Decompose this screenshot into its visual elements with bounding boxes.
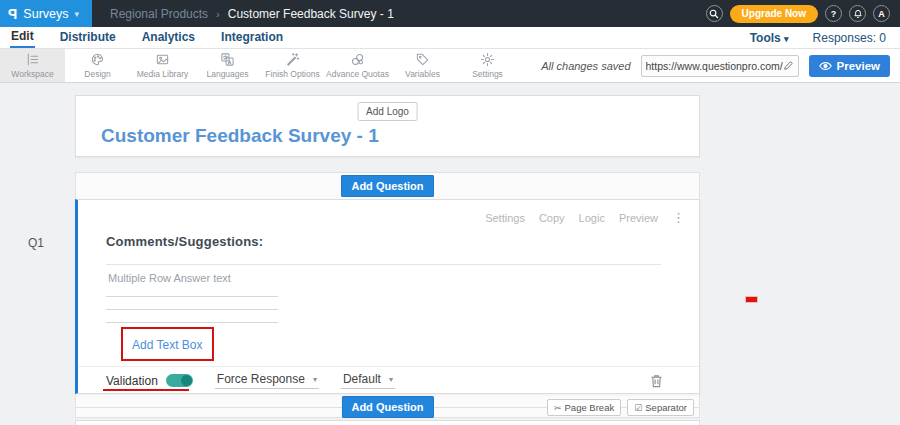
toolbar-label: Advance Quotas xyxy=(326,69,389,79)
separator-button[interactable]: ☑ Separator xyxy=(627,399,694,416)
search-icon xyxy=(709,9,719,19)
translate-icon xyxy=(220,52,235,67)
question-text-field[interactable]: Comments/Suggestions: xyxy=(106,232,661,265)
toggle-knob xyxy=(181,375,192,386)
add-text-box-link[interactable]: Add Text Box xyxy=(132,338,203,352)
chevron-down-icon: ▾ xyxy=(313,375,317,384)
answer-row-line xyxy=(106,310,278,323)
kebab-menu-icon[interactable]: ⋮ xyxy=(672,210,685,225)
toolbar-item-design[interactable]: Design xyxy=(65,49,130,82)
add-question-button-top[interactable]: Add Question xyxy=(341,175,433,197)
question-copy-link[interactable]: Copy xyxy=(539,212,565,224)
multi-row-answer-area[interactable]: Multiple Row Answer text xyxy=(106,272,278,323)
validation-annotation-underline xyxy=(103,389,189,391)
pencil-icon xyxy=(783,60,794,71)
workspace-icon xyxy=(25,52,40,67)
question-logic-link[interactable]: Logic xyxy=(579,212,605,224)
breadcrumb-survey-name: Customer Feedback Survey - 1 xyxy=(228,7,394,21)
toolbar-item-finish-options[interactable]: Finish Options xyxy=(260,49,325,82)
trash-icon xyxy=(650,374,663,388)
checkbox-icon: ☑ xyxy=(634,403,642,413)
wand-icon xyxy=(285,52,300,67)
chevron-down-icon: ▾ xyxy=(75,9,80,19)
breadcrumb-separator-icon: › xyxy=(216,8,220,20)
responses-count[interactable]: Responses: 0 xyxy=(813,31,886,45)
question-settings-link[interactable]: Settings xyxy=(485,212,525,224)
chevron-down-icon: ▾ xyxy=(784,34,789,44)
answer-placeholder: Multiple Row Answer text xyxy=(108,272,278,284)
chevron-down-icon: ▾ xyxy=(389,375,393,384)
palette-icon xyxy=(90,52,105,67)
question-preview-link[interactable]: Preview xyxy=(619,212,658,224)
questionpro-logo: P xyxy=(8,6,17,22)
tab-integration[interactable]: Integration xyxy=(220,28,284,47)
validation-toggle[interactable] xyxy=(166,374,193,387)
add-question-button-bottom[interactable]: Add Question xyxy=(341,396,433,418)
gear-icon xyxy=(480,52,495,67)
workspace-toolbar: Workspace Design Media Library Languages… xyxy=(0,48,900,83)
preview-button[interactable]: Preview xyxy=(809,55,890,77)
toolbar-item-settings[interactable]: Settings xyxy=(455,49,520,82)
links-icon xyxy=(350,52,365,67)
toolbar-item-advance-quotas[interactable]: Advance Quotas xyxy=(325,49,390,82)
question-actions: Settings Copy Logic Preview ⋮ xyxy=(485,210,685,225)
answer-row-line xyxy=(106,284,278,297)
avatar-button[interactable]: A xyxy=(873,5,890,22)
avatar: A xyxy=(878,9,885,19)
tab-analytics[interactable]: Analytics xyxy=(141,28,196,47)
question-text: Comments/Suggestions: xyxy=(106,234,263,249)
topbar-actions: Upgrade Now ? A xyxy=(706,5,900,23)
question-mark-icon: ? xyxy=(831,9,837,19)
survey-header-card: Add Logo Customer Feedback Survey - 1 xyxy=(75,95,700,157)
main-menu: Edit Distribute Analytics Integration To… xyxy=(0,27,900,48)
tools-menu[interactable]: Tools ▾ xyxy=(750,31,789,45)
toolbar-item-workspace[interactable]: Workspace xyxy=(0,49,65,82)
save-status: All changes saved xyxy=(541,60,630,72)
default-dropdown[interactable]: Default ▾ xyxy=(341,372,395,389)
answer-row-line xyxy=(106,297,278,310)
toolbar-item-media-library[interactable]: Media Library xyxy=(130,49,195,82)
toolbar-label: Finish Options xyxy=(265,69,319,79)
scissors-icon: ✂ xyxy=(554,403,562,413)
force-response-dropdown[interactable]: Force Response ▾ xyxy=(215,372,319,389)
notifications-button[interactable] xyxy=(849,5,866,22)
topbar: P Surveys ▾ Regional Products › Customer… xyxy=(0,0,900,27)
search-button[interactable] xyxy=(706,5,723,22)
edit-url-button[interactable] xyxy=(783,60,794,71)
editor-canvas: Add Logo Customer Feedback Survey - 1 Q1… xyxy=(0,83,900,425)
page-controls: ✂ Page Break ☑ Separator xyxy=(547,399,694,416)
breadcrumb-folder[interactable]: Regional Products xyxy=(110,7,208,21)
bell-icon xyxy=(853,9,863,19)
eye-icon xyxy=(819,61,832,71)
toolbar-label: Settings xyxy=(472,69,503,79)
add-question-row-bottom: Add Question ✂ Page Break ☑ Separator xyxy=(76,395,699,419)
add-logo-button[interactable]: Add Logo xyxy=(357,102,418,121)
toolbar-label: Workspace xyxy=(11,69,53,79)
upgrade-now-button[interactable]: Upgrade Now xyxy=(730,5,818,23)
tag-icon xyxy=(415,52,430,67)
toolbar-right: All changes saved Preview xyxy=(541,49,900,82)
toolbar-label: Variables xyxy=(405,69,440,79)
tab-distribute[interactable]: Distribute xyxy=(59,28,117,47)
survey-url-input[interactable] xyxy=(646,60,783,72)
survey-url-field xyxy=(641,55,799,77)
next-section-card-edge xyxy=(75,420,700,425)
breadcrumb: Regional Products › Customer Feedback Su… xyxy=(110,7,394,21)
question-number: Q1 xyxy=(28,236,44,250)
toolbar-item-languages[interactable]: Languages xyxy=(195,49,260,82)
validation-label: Validation xyxy=(106,374,158,388)
toolbar-item-variables[interactable]: Variables xyxy=(390,49,455,82)
tab-edit[interactable]: Edit xyxy=(10,27,35,48)
surveys-product-menu[interactable]: P Surveys ▾ xyxy=(0,0,92,27)
help-button[interactable]: ? xyxy=(825,5,842,22)
page-break-button[interactable]: ✂ Page Break xyxy=(547,399,621,416)
question-section: Add Question Settings Copy Logic Preview… xyxy=(75,172,700,418)
delete-question-button[interactable] xyxy=(650,374,663,388)
survey-title[interactable]: Customer Feedback Survey - 1 xyxy=(101,125,379,147)
toolbar-label: Languages xyxy=(206,69,248,79)
menu-right: Tools ▾ Responses: 0 xyxy=(750,31,890,45)
red-annotation-mark xyxy=(745,296,758,303)
toolbar-label: Design xyxy=(84,69,110,79)
surveys-menu-label: Surveys xyxy=(23,7,68,21)
question-card[interactable]: Settings Copy Logic Preview ⋮ Comments/S… xyxy=(75,199,700,394)
